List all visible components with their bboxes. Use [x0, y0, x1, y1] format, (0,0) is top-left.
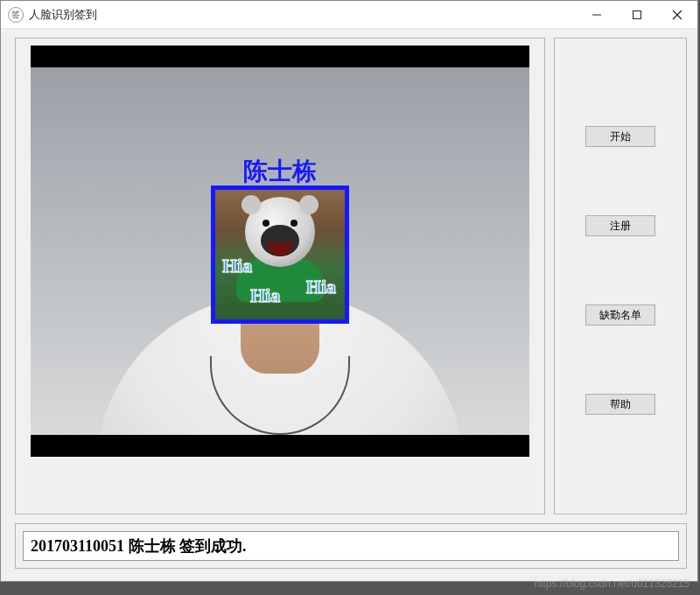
maximize-icon: [632, 10, 642, 20]
window-title: 人脸识别签到: [29, 7, 97, 23]
svg-rect-1: [634, 10, 641, 18]
overlay-text: Hia: [222, 255, 252, 277]
video-panel: 陈士栋 Hia: [15, 38, 545, 514]
overlay-text: Hia: [306, 276, 336, 298]
help-button[interactable]: 帮助: [585, 394, 655, 415]
minimize-icon: [592, 10, 602, 20]
bear-head-icon: [245, 197, 315, 267]
camera-feed: 陈士栋 Hia: [31, 67, 529, 435]
recognized-name-label: 陈士栋: [243, 155, 317, 188]
face-bounding-box: Hia Hia Hia: [211, 186, 349, 324]
side-panel: 开始 注册 缺勤名单 帮助: [554, 38, 687, 514]
minimize-button[interactable]: [577, 1, 617, 28]
start-button[interactable]: 开始: [585, 126, 655, 147]
window-controls: [577, 1, 697, 28]
absent-list-button[interactable]: 缺勤名单: [585, 304, 655, 326]
app-icon: 签: [8, 7, 24, 23]
close-icon: [672, 10, 682, 20]
overlay-text: Hia: [250, 284, 280, 307]
maximize-button[interactable]: [617, 1, 657, 28]
client-area: 陈士栋 Hia: [1, 29, 697, 581]
register-button[interactable]: 注册: [585, 215, 655, 236]
video-frame: 陈士栋 Hia: [31, 46, 529, 457]
titlebar: 签 人脸识别签到: [1, 1, 697, 29]
upper-area: 陈士栋 Hia: [15, 38, 687, 514]
status-message: 201703110051 陈士栋 签到成功.: [23, 531, 679, 561]
close-button[interactable]: [657, 1, 697, 28]
app-window: 签 人脸识别签到: [0, 0, 698, 582]
status-panel: 201703110051 陈士栋 签到成功.: [15, 523, 687, 569]
